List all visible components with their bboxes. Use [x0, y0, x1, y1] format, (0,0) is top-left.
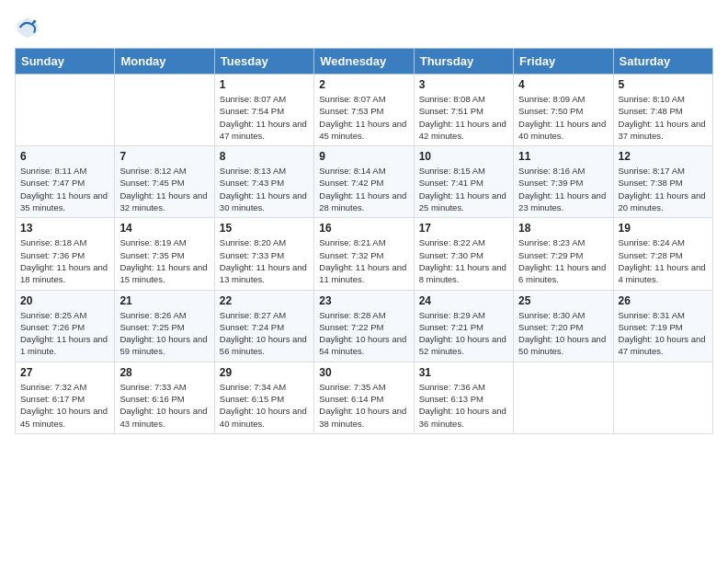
day-number: 4 — [518, 78, 608, 91]
calendar-cell: 23Sunrise: 8:28 AM Sunset: 7:22 PM Dayli… — [314, 290, 414, 362]
calendar-week-2: 6Sunrise: 8:11 AM Sunset: 7:47 PM Daylig… — [16, 146, 713, 218]
calendar-cell: 15Sunrise: 8:20 AM Sunset: 7:33 PM Dayli… — [214, 218, 313, 290]
calendar-cell — [16, 75, 115, 146]
day-info: Sunrise: 7:35 AM Sunset: 6:14 PM Dayligh… — [319, 381, 408, 430]
calendar-cell: 2Sunrise: 8:07 AM Sunset: 7:53 PM Daylig… — [314, 75, 414, 146]
day-info: Sunrise: 8:11 AM Sunset: 7:47 PM Dayligh… — [20, 165, 109, 213]
calendar-cell — [613, 362, 712, 433]
calendar-cell: 12Sunrise: 8:17 AM Sunset: 7:38 PM Dayli… — [613, 146, 712, 218]
calendar-cell: 10Sunrise: 8:15 AM Sunset: 7:41 PM Dayli… — [414, 146, 513, 218]
calendar-header-row: SundayMondayTuesdayWednesdayThursdayFrid… — [16, 49, 713, 75]
day-number: 18 — [518, 222, 608, 235]
day-number: 25 — [518, 294, 608, 307]
calendar-cell: 4Sunrise: 8:09 AM Sunset: 7:50 PM Daylig… — [514, 75, 613, 146]
day-number: 28 — [119, 366, 209, 379]
day-info: Sunrise: 7:36 AM Sunset: 6:13 PM Dayligh… — [419, 381, 508, 430]
calendar-cell: 20Sunrise: 8:25 AM Sunset: 7:26 PM Dayli… — [16, 290, 115, 362]
day-info: Sunrise: 8:19 AM Sunset: 7:35 PM Dayligh… — [119, 236, 209, 285]
day-info: Sunrise: 8:15 AM Sunset: 7:41 PM Dayligh… — [419, 165, 508, 213]
calendar-cell: 17Sunrise: 8:22 AM Sunset: 7:30 PM Dayli… — [414, 218, 513, 290]
day-info: Sunrise: 8:18 AM Sunset: 7:36 PM Dayligh… — [20, 236, 109, 285]
day-number: 17 — [419, 222, 508, 235]
calendar-cell: 26Sunrise: 8:31 AM Sunset: 7:19 PM Dayli… — [613, 290, 712, 362]
calendar-cell: 24Sunrise: 8:29 AM Sunset: 7:21 PM Dayli… — [414, 290, 513, 362]
day-info: Sunrise: 8:26 AM Sunset: 7:25 PM Dayligh… — [119, 309, 209, 358]
day-info: Sunrise: 8:10 AM Sunset: 7:48 PM Dayligh… — [619, 93, 708, 142]
day-info: Sunrise: 8:29 AM Sunset: 7:21 PM Dayligh… — [419, 309, 508, 358]
day-number: 14 — [119, 222, 209, 235]
day-number: 1 — [220, 78, 309, 91]
day-number: 23 — [319, 294, 408, 307]
day-info: Sunrise: 8:28 AM Sunset: 7:22 PM Dayligh… — [319, 309, 408, 358]
day-number: 24 — [419, 294, 508, 307]
page-header — [15, 15, 713, 40]
calendar-cell: 25Sunrise: 8:30 AM Sunset: 7:20 PM Dayli… — [514, 290, 613, 362]
day-number: 16 — [319, 222, 408, 235]
calendar-cell: 28Sunrise: 7:33 AM Sunset: 6:16 PM Dayli… — [115, 362, 214, 433]
calendar-cell: 30Sunrise: 7:35 AM Sunset: 6:14 PM Dayli… — [314, 362, 414, 433]
calendar-table: SundayMondayTuesdayWednesdayThursdayFrid… — [15, 48, 713, 434]
day-number: 6 — [20, 150, 109, 163]
day-info: Sunrise: 8:22 AM Sunset: 7:30 PM Dayligh… — [419, 236, 508, 285]
day-info: Sunrise: 8:14 AM Sunset: 7:42 PM Dayligh… — [319, 165, 408, 213]
day-info: Sunrise: 8:16 AM Sunset: 7:39 PM Dayligh… — [518, 165, 608, 213]
day-info: Sunrise: 7:32 AM Sunset: 6:17 PM Dayligh… — [20, 381, 109, 430]
day-number: 27 — [20, 366, 109, 379]
calendar-week-5: 27Sunrise: 7:32 AM Sunset: 6:17 PM Dayli… — [16, 362, 713, 433]
day-number: 5 — [619, 78, 708, 91]
day-info: Sunrise: 8:09 AM Sunset: 7:50 PM Dayligh… — [518, 93, 608, 142]
calendar-cell — [115, 75, 214, 146]
calendar-cell: 27Sunrise: 7:32 AM Sunset: 6:17 PM Dayli… — [16, 362, 115, 433]
logo-icon — [15, 15, 40, 40]
calendar-cell: 22Sunrise: 8:27 AM Sunset: 7:24 PM Dayli… — [214, 290, 313, 362]
calendar-cell: 7Sunrise: 8:12 AM Sunset: 7:45 PM Daylig… — [115, 146, 214, 218]
calendar-cell: 13Sunrise: 8:18 AM Sunset: 7:36 PM Dayli… — [16, 218, 115, 290]
day-info: Sunrise: 8:07 AM Sunset: 7:53 PM Dayligh… — [319, 93, 408, 142]
day-number: 19 — [619, 222, 708, 235]
day-number: 15 — [220, 222, 309, 235]
day-number: 10 — [419, 150, 508, 163]
day-info: Sunrise: 8:23 AM Sunset: 7:29 PM Dayligh… — [518, 236, 608, 285]
calendar-week-1: 1Sunrise: 8:07 AM Sunset: 7:54 PM Daylig… — [16, 75, 713, 146]
col-header-saturday: Saturday — [613, 49, 712, 75]
day-info: Sunrise: 8:20 AM Sunset: 7:33 PM Dayligh… — [220, 236, 309, 285]
col-header-monday: Monday — [115, 49, 214, 75]
day-number: 13 — [20, 222, 109, 235]
col-header-wednesday: Wednesday — [314, 49, 414, 75]
day-info: Sunrise: 8:13 AM Sunset: 7:43 PM Dayligh… — [220, 165, 309, 213]
col-header-thursday: Thursday — [414, 49, 513, 75]
col-header-friday: Friday — [514, 49, 613, 75]
col-header-sunday: Sunday — [16, 49, 115, 75]
day-info: Sunrise: 8:21 AM Sunset: 7:32 PM Dayligh… — [319, 236, 408, 285]
calendar-cell: 11Sunrise: 8:16 AM Sunset: 7:39 PM Dayli… — [514, 146, 613, 218]
day-number: 20 — [20, 294, 109, 307]
calendar-week-3: 13Sunrise: 8:18 AM Sunset: 7:36 PM Dayli… — [16, 218, 713, 290]
day-info: Sunrise: 8:08 AM Sunset: 7:51 PM Dayligh… — [419, 93, 508, 142]
day-number: 8 — [220, 150, 309, 163]
calendar-cell: 31Sunrise: 7:36 AM Sunset: 6:13 PM Dayli… — [414, 362, 513, 433]
day-number: 26 — [619, 294, 708, 307]
day-number: 9 — [319, 150, 408, 163]
calendar-cell: 8Sunrise: 8:13 AM Sunset: 7:43 PM Daylig… — [214, 146, 313, 218]
day-info: Sunrise: 8:30 AM Sunset: 7:20 PM Dayligh… — [518, 309, 608, 358]
day-info: Sunrise: 7:34 AM Sunset: 6:15 PM Dayligh… — [220, 381, 309, 430]
col-header-tuesday: Tuesday — [214, 49, 313, 75]
day-number: 22 — [220, 294, 309, 307]
calendar-cell: 9Sunrise: 8:14 AM Sunset: 7:42 PM Daylig… — [314, 146, 414, 218]
day-info: Sunrise: 7:33 AM Sunset: 6:16 PM Dayligh… — [119, 381, 209, 430]
calendar-cell — [514, 362, 613, 433]
calendar-cell: 14Sunrise: 8:19 AM Sunset: 7:35 PM Dayli… — [115, 218, 214, 290]
day-number: 7 — [119, 150, 209, 163]
calendar-cell: 21Sunrise: 8:26 AM Sunset: 7:25 PM Dayli… — [115, 290, 214, 362]
calendar-cell: 6Sunrise: 8:11 AM Sunset: 7:47 PM Daylig… — [16, 146, 115, 218]
logo — [15, 15, 44, 40]
day-info: Sunrise: 8:27 AM Sunset: 7:24 PM Dayligh… — [220, 309, 309, 358]
day-number: 11 — [518, 150, 608, 163]
calendar-cell: 19Sunrise: 8:24 AM Sunset: 7:28 PM Dayli… — [613, 218, 712, 290]
day-number: 31 — [419, 366, 508, 379]
day-info: Sunrise: 8:25 AM Sunset: 7:26 PM Dayligh… — [20, 309, 109, 358]
calendar-cell: 16Sunrise: 8:21 AM Sunset: 7:32 PM Dayli… — [314, 218, 414, 290]
day-number: 12 — [619, 150, 708, 163]
calendar-cell: 5Sunrise: 8:10 AM Sunset: 7:48 PM Daylig… — [613, 75, 712, 146]
day-number: 2 — [319, 78, 408, 91]
